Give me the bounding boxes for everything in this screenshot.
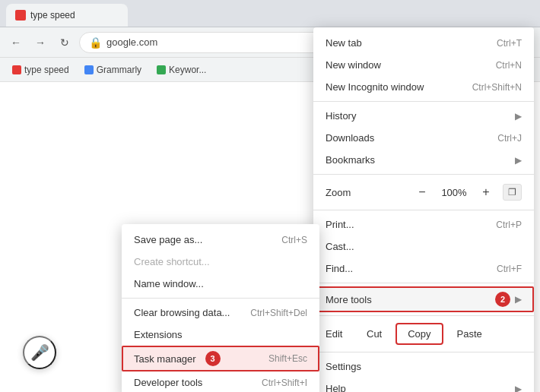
bookmark-favicon-2 — [84, 65, 94, 74]
tab-favicon — [15, 10, 26, 21]
shortcut-task-manager: Shift+Esc — [268, 353, 307, 364]
menu-item-more-tools[interactable]: More tools 2 ▶ — [313, 286, 534, 312]
menu-item-bookmarks[interactable]: Bookmarks ▶ — [313, 149, 534, 171]
address-text: google.com — [106, 36, 157, 48]
bookmark-favicon-3 — [157, 65, 166, 74]
menu-item-find-label: Find... — [326, 263, 353, 274]
menu-item-print[interactable]: Print... Ctrl+P — [313, 213, 534, 236]
divider-2 — [313, 174, 534, 175]
chrome-menu: New tab Ctrl+T New window Ctrl+N New Inc… — [313, 27, 534, 392]
menu-item-more-tools-label: More tools — [326, 294, 372, 305]
menu-item-settings[interactable]: Settings — [313, 356, 534, 378]
menu-item-help[interactable]: Help ▶ — [313, 378, 534, 392]
bookmark-label-3: Keywor... — [169, 65, 206, 75]
menu-item-new-window-label: New window — [326, 59, 381, 71]
zoom-controls: − 100% + ❐ — [411, 182, 522, 203]
menu-item-incognito[interactable]: New Incognito window Ctrl+Shift+N — [313, 76, 534, 98]
cut-button[interactable]: Cut — [356, 324, 392, 343]
menu-item-downloads-label: Downloads — [326, 132, 374, 144]
refresh-button[interactable]: ↻ — [55, 33, 75, 52]
sub-menu-name-window-label: Name window... — [134, 278, 204, 289]
shortcut-clear-browsing: Ctrl+Shift+Del — [250, 308, 307, 318]
menu-item-bookmarks-label: Bookmarks — [326, 154, 375, 166]
task-manager-badge: 3 — [205, 351, 221, 366]
active-tab[interactable]: type speed — [6, 4, 128, 27]
bookmark-favicon-1 — [12, 65, 21, 74]
shortcut-new-window: Ctrl+N — [496, 60, 522, 71]
bookmark-label-2: Grammarly — [97, 65, 141, 75]
paste-button[interactable]: Paste — [446, 324, 493, 343]
shortcut-developer-tools: Ctrl+Shift+I — [262, 378, 307, 388]
menu-item-incognito-label: New Incognito window — [326, 81, 424, 93]
more-tools-arrow: ▶ — [515, 294, 522, 305]
divider-5 — [313, 315, 534, 316]
bookmark-keyword[interactable]: Keywor... — [151, 62, 212, 77]
bookmark-type-speed[interactable]: type speed — [6, 62, 75, 77]
tab-bar: type speed — [0, 0, 540, 27]
sub-divider-1 — [122, 298, 319, 299]
microphone-button[interactable]: 🎤 — [23, 336, 56, 369]
zoom-minus-button[interactable]: − — [411, 182, 433, 203]
menu-item-history[interactable]: History ▶ — [313, 105, 534, 127]
bookmark-label-1: type speed — [24, 65, 69, 75]
more-tools-badge: 2 — [495, 292, 510, 307]
divider-1 — [313, 101, 534, 102]
divider-3 — [313, 210, 534, 210]
menu-item-settings-label: Settings — [326, 361, 361, 372]
shortcut-downloads: Ctrl+J — [497, 133, 522, 144]
back-button[interactable]: ← — [6, 33, 26, 52]
zoom-value: 100% — [439, 187, 469, 198]
sub-menu-item-clear-browsing[interactable]: Clear browsing data... Ctrl+Shift+Del — [122, 302, 319, 324]
divider-4 — [313, 283, 534, 283]
forward-button[interactable]: → — [30, 33, 50, 52]
sub-menu-item-create-shortcut[interactable]: Create shortcut... — [122, 251, 319, 273]
sub-menu-item-task-manager[interactable]: Task manager 3 Shift+Esc — [122, 346, 319, 371]
sub-menu-more-tools: Save page as... Ctrl+S Create shortcut..… — [122, 224, 319, 392]
history-arrow: ▶ — [515, 111, 522, 122]
sub-menu-create-shortcut-label: Create shortcut... — [134, 256, 210, 267]
menu-item-new-window[interactable]: New window Ctrl+N — [313, 54, 534, 76]
sub-menu-item-name-window[interactable]: Name window... — [122, 273, 319, 295]
sub-menu-save-page-label: Save page as... — [134, 234, 202, 245]
fullscreen-button[interactable]: ❐ — [503, 184, 522, 201]
sub-menu-clear-browsing-label: Clear browsing data... — [134, 307, 230, 318]
shortcut-save-page: Ctrl+S — [281, 235, 307, 245]
menu-item-help-label: Help — [326, 383, 346, 392]
help-arrow: ▶ — [515, 384, 522, 393]
bookmarks-arrow: ▶ — [515, 155, 522, 166]
sub-menu-item-save-page[interactable]: Save page as... Ctrl+S — [122, 229, 319, 251]
tab-title: type speed — [30, 10, 75, 21]
sub-menu-developer-tools-label: Developer tools — [134, 377, 202, 388]
edit-label: Edit — [326, 328, 353, 340]
shortcut-incognito: Ctrl+Shift+N — [472, 82, 522, 93]
menu-item-cast[interactable]: Cast... — [313, 236, 534, 258]
sub-menu-item-developer-tools[interactable]: Developer tools Ctrl+Shift+I — [122, 371, 319, 392]
divider-6 — [313, 352, 534, 352]
menu-item-history-label: History — [326, 110, 356, 122]
shortcut-find: Ctrl+F — [497, 264, 522, 274]
edit-row: Edit Cut Copy Paste — [313, 319, 534, 349]
sub-menu-item-extensions[interactable]: Extensions — [122, 324, 319, 346]
zoom-plus-button[interactable]: + — [475, 182, 497, 203]
menu-item-new-tab-label: New tab — [326, 37, 362, 49]
shortcut-new-tab: Ctrl+T — [497, 38, 522, 49]
menu-item-new-tab[interactable]: New tab Ctrl+T — [313, 32, 534, 54]
zoom-label: Zoom — [326, 187, 351, 198]
copy-button[interactable]: Copy — [395, 323, 443, 345]
sub-menu-extensions-label: Extensions — [134, 329, 183, 340]
sub-menu-task-manager-label: Task manager — [134, 353, 196, 365]
menu-item-downloads[interactable]: Downloads Ctrl+J — [313, 127, 534, 149]
bookmark-grammarly[interactable]: Grammarly — [78, 62, 148, 77]
menu-item-find[interactable]: Find... Ctrl+F — [313, 258, 534, 280]
zoom-row: Zoom − 100% + ❐ — [313, 178, 534, 207]
menu-item-cast-label: Cast... — [326, 241, 354, 252]
menu-item-print-label: Print... — [326, 219, 354, 230]
shortcut-print: Ctrl+P — [496, 220, 522, 230]
